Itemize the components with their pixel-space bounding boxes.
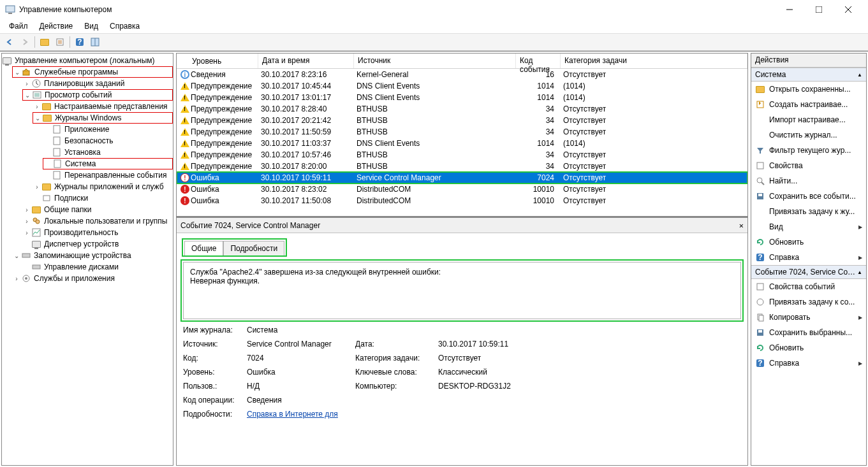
svg-rect-48 — [758, 330, 762, 333]
title-bar: Управление компьютером — [0, 0, 868, 19]
table-row[interactable]: Предупреждение30.10.2017 10:45:44DNS Cli… — [177, 80, 747, 92]
menu-action[interactable]: Действие — [34, 20, 78, 32]
submenu-arrow-icon: ▶ — [858, 224, 862, 230]
list-body[interactable]: iСведения30.10.2017 8:23:16Kernel-Genera… — [177, 69, 747, 218]
svg-point-34 — [25, 277, 27, 280]
error-icon: ! — [179, 173, 191, 182]
col-source[interactable]: Источник — [354, 54, 516, 68]
info-icon: i — [179, 70, 191, 79]
svg-rect-0 — [6, 6, 15, 12]
chevron-down-icon[interactable]: ⌄ — [33, 115, 42, 122]
tab-details[interactable]: Подробности — [223, 241, 284, 255]
table-row[interactable]: Предупреждение30.10.2017 11:03:37DNS Cli… — [177, 138, 747, 149]
tree-device-manager[interactable]: Диспетчер устройств — [22, 238, 173, 250]
action-create-custom[interactable]: Создать настраивае... — [751, 97, 866, 112]
tree-log-forwarded[interactable]: Перенаправленные события — [43, 169, 173, 181]
menu-view[interactable]: Вид — [79, 20, 103, 32]
minimize-button[interactable] — [775, 0, 804, 19]
menu-bar: Файл Действие Вид Справка — [0, 19, 868, 33]
table-row[interactable]: Предупреждение30.10.2017 10:57:46BTHUSB3… — [177, 149, 747, 161]
menu-help[interactable]: Справка — [105, 20, 145, 32]
explore-button[interactable] — [38, 35, 52, 49]
col-date[interactable]: Дата и время — [258, 54, 354, 68]
warning-icon — [179, 151, 191, 159]
menu-file[interactable]: Файл — [4, 20, 33, 32]
action-import-custom[interactable]: Импорт настраивае... — [751, 112, 866, 127]
action-filter[interactable]: Фильтр текущего жур... — [751, 143, 866, 158]
action-attach-task[interactable]: Привязать задачу к жу... — [751, 204, 866, 219]
svg-rect-26 — [54, 171, 60, 179]
tree-performance[interactable]: ›Производительность — [22, 227, 173, 238]
action-find[interactable]: Найти... — [751, 173, 866, 189]
chevron-down-icon[interactable]: ⌄ — [12, 252, 21, 259]
tree-services-apps[interactable]: ›Службы и приложения — [12, 273, 173, 284]
detail-tabs: Общие Подробности — [183, 240, 286, 255]
action-event-properties[interactable]: Свойства событий — [751, 279, 866, 294]
table-row[interactable]: iСведения30.10.2017 8:23:16Kernel-Genera… — [177, 69, 747, 80]
svg-rect-43 — [757, 284, 763, 290]
event-detail: Событие 7024, Service Control Manager ✕ … — [177, 218, 747, 465]
tree-event-viewer[interactable]: ⌄Просмотр событий — [22, 89, 173, 101]
tree-root[interactable]: Управление компьютером (локальным) — [2, 55, 173, 66]
submenu-arrow-icon: ▶ — [858, 255, 862, 261]
action-save-selected[interactable]: Сохранить выбранны... — [751, 325, 866, 340]
actions-section-system[interactable]: Система▲ — [751, 68, 866, 82]
help-button[interactable]: ? — [73, 35, 87, 49]
col-level[interactable]: Уровень — [177, 54, 258, 68]
action-view[interactable]: Вид▶ — [751, 219, 866, 234]
table-row[interactable]: Предупреждение30.10.2017 20:21:42BTHUSB3… — [177, 115, 747, 126]
tree-utilities[interactable]: ⌄ Служебные программы — [12, 66, 173, 78]
table-row[interactable]: Предупреждение30.10.2017 13:01:17DNS Cli… — [177, 92, 747, 103]
tree-custom-views[interactable]: ›Настраиваемые представления — [33, 101, 173, 112]
action-save-all[interactable]: Сохранить все событи... — [751, 189, 866, 204]
tree-scheduler[interactable]: ›Планировщик заданий — [22, 78, 173, 89]
tree-subscriptions[interactable]: Подписки — [33, 192, 173, 204]
back-button[interactable] — [3, 35, 17, 49]
properties-button[interactable] — [53, 35, 67, 49]
tab-general[interactable]: Общие — [184, 241, 223, 255]
detail-message: Служба "Apache2.4" завершена из-за следу… — [183, 262, 741, 319]
chevron-down-icon[interactable]: ⌄ — [23, 92, 32, 99]
actions-section-event[interactable]: Событие 7024, Service Con...▲ — [751, 265, 866, 279]
error-icon: ! — [179, 196, 191, 205]
detail-close-button[interactable]: ✕ — [739, 221, 744, 230]
tree-storage[interactable]: ⌄Запоминающие устройства — [12, 250, 173, 261]
action-refresh-event[interactable]: Обновить — [751, 340, 866, 356]
table-row[interactable]: Предупреждение30.10.2017 11:50:59BTHUSB3… — [177, 126, 747, 138]
action-help-event[interactable]: ?Справка▶ — [751, 356, 866, 371]
table-row[interactable]: !Ошибка30.10.2017 8:23:02DistributedCOM1… — [177, 183, 747, 195]
forward-button[interactable] — [18, 35, 32, 49]
tree-shared-folders[interactable]: ›Общие папки — [22, 204, 173, 215]
view-button[interactable] — [88, 35, 102, 49]
tree-log-security[interactable]: Безопасность — [43, 135, 173, 147]
tree-log-setup[interactable]: Установка — [43, 147, 173, 158]
tree-windows-logs[interactable]: ⌄Журналы Windows — [33, 112, 173, 124]
action-open-saved[interactable]: Открыть сохраненны... — [751, 82, 866, 97]
table-row[interactable]: !Ошибка30.10.2017 11:50:08DistributedCOM… — [177, 195, 747, 206]
action-attach-task-event[interactable]: Привязать задачу к со... — [751, 294, 866, 310]
table-row[interactable]: Предупреждение30.10.2017 8:28:40BTHUSB34… — [177, 103, 747, 115]
tree-disk-management[interactable]: Управление дисками — [22, 261, 173, 273]
tree-app-logs[interactable]: ›Журналы приложений и служб — [33, 181, 173, 192]
table-row[interactable]: Предупреждение30.10.2017 8:20:00BTHUSB34… — [177, 161, 747, 172]
action-copy[interactable]: Копировать▶ — [751, 310, 866, 325]
tree-log-application[interactable]: Приложение — [43, 124, 173, 135]
close-button[interactable] — [834, 0, 863, 19]
svg-text:?: ? — [758, 359, 762, 368]
svg-rect-35 — [757, 101, 763, 108]
warning-icon — [179, 94, 191, 101]
collapse-icon: ▲ — [857, 269, 862, 275]
col-eventid[interactable]: Код события — [516, 54, 561, 68]
action-help[interactable]: ?Справка▶ — [751, 250, 866, 265]
online-help-link[interactable]: Справка в Интернете для — [247, 410, 338, 419]
maximize-button[interactable] — [804, 0, 834, 19]
table-row[interactable]: !Ошибка30.10.2017 10:59:11Service Contro… — [177, 172, 747, 183]
action-clear-log[interactable]: Очистить журнал... — [751, 127, 866, 143]
tree-log-system[interactable]: Система — [43, 158, 173, 169]
detail-titlebar: Событие 7024, Service Control Manager ✕ — [177, 218, 747, 233]
action-properties[interactable]: Свойства — [751, 158, 866, 173]
tree-local-users[interactable]: ›Локальные пользователи и группы — [22, 215, 173, 227]
col-category[interactable]: Категория задачи — [561, 54, 747, 68]
action-refresh[interactable]: Обновить — [751, 234, 866, 250]
chevron-down-icon[interactable]: ⌄ — [13, 69, 22, 76]
